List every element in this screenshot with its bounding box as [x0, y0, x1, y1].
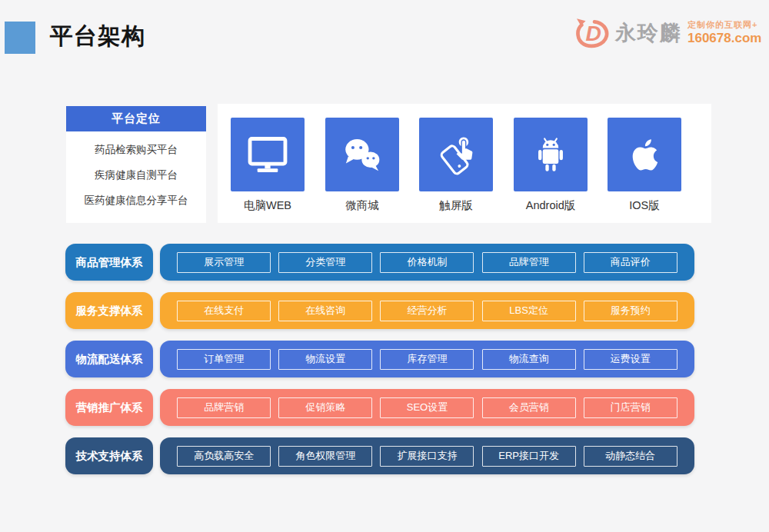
- brand-mark-icon: D: [574, 15, 614, 51]
- feature-chip: LBS定位: [482, 301, 576, 321]
- row-bar: 高负载高安全 角色权限管理 扩展接口支持 ERP接口开发 动静态结合: [160, 437, 694, 474]
- platform-android: Android版: [514, 118, 588, 213]
- row-product-management: 商品管理体系 展示管理 分类管理 价格机制 品牌管理 商品评价: [65, 244, 694, 281]
- row-bar: 订单管理 物流设置 库存管理 物流查询 运费设置: [160, 341, 694, 377]
- platform-label: 电脑WEB: [231, 198, 305, 213]
- feature-chip: 会员营销: [482, 397, 576, 418]
- platform-label: 触屏版: [419, 198, 493, 213]
- wechat-icon: [325, 118, 399, 191]
- feature-chip: 门店营销: [584, 397, 677, 418]
- positioning-header: 平台定位: [66, 106, 206, 131]
- platforms-panel: 电脑WEB 微商城: [218, 104, 711, 223]
- platform-wechat-mall: 微商城: [325, 118, 399, 213]
- feature-chip: 运费设置: [584, 349, 677, 370]
- row-logistics: 物流配送体系 订单管理 物流设置 库存管理 物流查询 运费设置: [65, 341, 694, 377]
- feature-chip: 展示管理: [177, 252, 271, 273]
- touchscreen-icon: [419, 118, 493, 191]
- row-label: 商品管理体系: [65, 244, 153, 281]
- feature-chip: 物流查询: [482, 349, 576, 370]
- feature-chip: 品牌营销: [177, 397, 271, 418]
- feature-chip: SEO设置: [380, 397, 474, 418]
- platform-label: 微商城: [325, 198, 399, 213]
- row-bar: 在线支付 在线咨询 经营分析 LBS定位 服务预约: [160, 292, 694, 329]
- row-label: 营销推广体系: [65, 389, 153, 426]
- platform-touchscreen: 触屏版: [419, 118, 493, 213]
- android-icon: [514, 118, 588, 191]
- positioning-item: 药品检索购买平台: [66, 137, 206, 162]
- feature-chip: 高负载高安全: [177, 446, 271, 467]
- platform-web: 电脑WEB: [231, 118, 305, 213]
- feature-chip: 促销策略: [278, 397, 372, 418]
- platform-label: IOS版: [608, 198, 681, 213]
- title-accent-square: [5, 22, 35, 54]
- row-bar: 展示管理 分类管理 价格机制 品牌管理 商品评价: [160, 244, 694, 281]
- feature-chip: 分类管理: [278, 252, 372, 273]
- brand-domain: 160678.com: [687, 30, 761, 46]
- feature-chip: ERP接口开发: [482, 446, 576, 467]
- feature-chip: 角色权限管理: [278, 446, 372, 467]
- feature-chip: 在线支付: [177, 301, 271, 321]
- brand-tagline: 定制你的互联网+: [687, 20, 761, 31]
- feature-chip: 物流设置: [278, 349, 372, 370]
- positioning-panel: 平台定位 药品检索购买平台 疾病健康自测平台 医药健康信息分享平台: [66, 106, 206, 223]
- slide: 平台架构 D 永玲麟 定制你的互联网+ 160678.com 平台定位 药品检索…: [0, 0, 769, 532]
- page-title: 平台架构: [50, 21, 145, 52]
- row-tech-support: 技术支持体系 高负载高安全 角色权限管理 扩展接口支持 ERP接口开发 动静态结…: [65, 437, 694, 474]
- brand-logo: D 永玲麟 定制你的互联网+ 160678.com: [574, 15, 761, 51]
- feature-chip: 扩展接口支持: [380, 446, 474, 467]
- row-label: 技术支持体系: [65, 437, 153, 474]
- row-label: 物流配送体系: [65, 341, 153, 377]
- desktop-icon: [231, 118, 305, 191]
- feature-chip: 在线咨询: [278, 301, 372, 321]
- row-marketing: 营销推广体系 品牌营销 促销策略 SEO设置 会员营销 门店营销: [65, 389, 694, 426]
- brand-name: 永玲麟: [615, 19, 682, 47]
- feature-chip: 品牌管理: [482, 252, 576, 273]
- svg-text:D: D: [586, 21, 601, 45]
- apple-icon: [608, 118, 681, 191]
- positioning-list: 药品检索购买平台 疾病健康自测平台 医药健康信息分享平台: [66, 131, 206, 213]
- feature-chip: 价格机制: [380, 252, 474, 273]
- feature-chip: 动静态结合: [584, 446, 677, 467]
- platform-label: Android版: [514, 198, 588, 213]
- feature-chip: 商品评价: [584, 252, 677, 273]
- feature-chip: 经营分析: [380, 301, 474, 321]
- feature-chip: 库存管理: [380, 349, 474, 370]
- feature-chip: 订单管理: [177, 349, 271, 370]
- row-service-support: 服务支撑体系 在线支付 在线咨询 经营分析 LBS定位 服务预约: [65, 292, 694, 329]
- row-label: 服务支撑体系: [65, 292, 153, 329]
- platform-ios: IOS版: [608, 118, 681, 213]
- positioning-item: 疾病健康自测平台: [66, 162, 206, 188]
- positioning-item: 医药健康信息分享平台: [66, 188, 206, 213]
- row-bar: 品牌营销 促销策略 SEO设置 会员营销 门店营销: [160, 389, 694, 426]
- feature-chip: 服务预约: [584, 301, 677, 321]
